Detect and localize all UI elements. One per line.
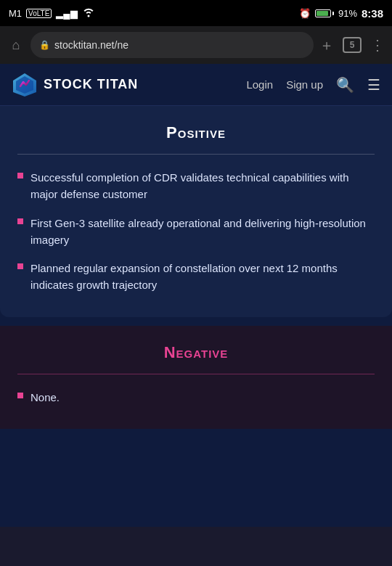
positive-bullet-list: Successful completion of CDR validates t…: [17, 169, 375, 294]
menu-button[interactable]: ⋮: [370, 36, 385, 54]
main-content: Positive Successful completion of CDR va…: [0, 106, 392, 527]
list-item: First Gen-3 satellite already operationa…: [17, 215, 375, 249]
signal-icon: ▂▄▆: [56, 8, 77, 19]
nav-links: Login Sign up 🔍 ☰: [246, 76, 380, 94]
signup-link[interactable]: Sign up: [286, 78, 323, 91]
battery-percent: 91%: [338, 8, 357, 19]
navbar: STOCK TITAN Login Sign up 🔍 ☰: [0, 64, 392, 106]
alarm-icon: ⏰: [299, 8, 311, 19]
menu-hamburger-button[interactable]: ☰: [367, 76, 380, 94]
battery-indicator: [315, 9, 334, 17]
status-right: ⏰ 91% 8:38: [299, 7, 383, 20]
lock-icon: 🔒: [39, 40, 50, 50]
new-tab-button[interactable]: ＋: [319, 36, 334, 55]
nav-logo: STOCK TITAN: [12, 72, 138, 98]
tab-count-button[interactable]: 5: [343, 37, 362, 53]
search-button[interactable]: 🔍: [336, 76, 354, 94]
negative-divider: [17, 374, 375, 374]
negative-title: Negative: [17, 343, 375, 362]
positive-divider: [17, 154, 375, 155]
logo-text: STOCK TITAN: [44, 77, 138, 92]
bullet-marker: [17, 263, 23, 269]
status-bar: M1 VoLTE ▂▄▆ ⏰ 91% 8:38: [0, 0, 392, 26]
bullet-text: None.: [30, 389, 375, 406]
bullet-marker: [17, 173, 23, 179]
negative-section: Negative None.: [0, 326, 392, 429]
positive-title: Positive: [17, 123, 375, 142]
volte-badge: VoLTE: [26, 9, 52, 18]
bullet-text: First Gen-3 satellite already operationa…: [30, 215, 375, 249]
wifi-icon: [82, 7, 95, 20]
time-display: 8:38: [362, 7, 383, 20]
list-item: None.: [17, 389, 375, 406]
negative-bullet-list: None.: [17, 389, 375, 406]
bullet-text: Successful completion of CDR validates t…: [30, 169, 375, 203]
address-bar[interactable]: 🔒 stocktitan.net/ne: [30, 32, 314, 58]
browser-actions: ＋ 5 ⋮: [319, 36, 385, 55]
list-item: Planned regular expansion of constellati…: [17, 260, 375, 294]
bullet-text: Planned regular expansion of constellati…: [30, 260, 375, 294]
carrier-label: M1: [9, 8, 22, 19]
url-text: stocktitan.net/ne: [54, 39, 128, 51]
bullet-marker: [17, 218, 23, 224]
positive-section: Positive Successful completion of CDR va…: [0, 106, 392, 317]
logo-icon: [12, 72, 38, 98]
bullet-marker: [17, 393, 23, 398]
list-item: Successful completion of CDR validates t…: [17, 169, 375, 203]
browser-chrome: ⌂ 🔒 stocktitan.net/ne ＋ 5 ⋮: [0, 26, 392, 64]
home-button[interactable]: ⌂: [7, 36, 25, 54]
status-left: M1 VoLTE ▂▄▆: [9, 7, 95, 20]
login-link[interactable]: Login: [246, 78, 273, 91]
